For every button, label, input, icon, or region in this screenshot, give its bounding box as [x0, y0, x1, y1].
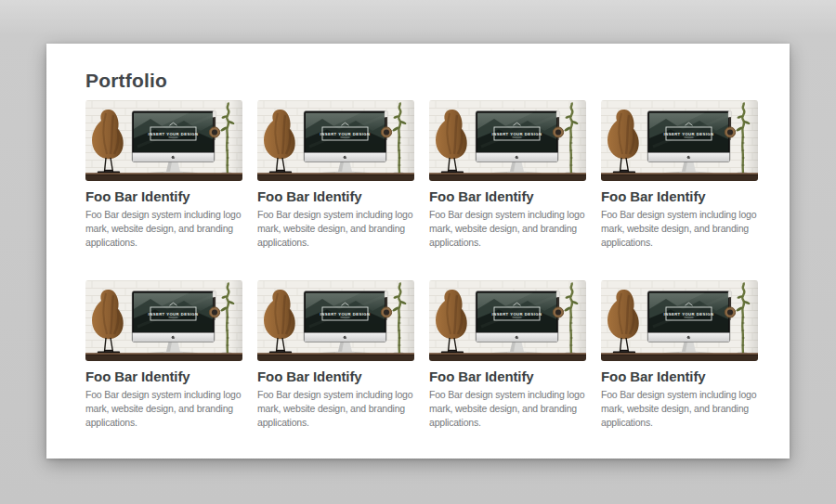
portfolio-item-description: Foo Bar design system including logo mar… — [257, 208, 414, 250]
portfolio-item-description: Foo Bar design system including logo mar… — [85, 208, 242, 250]
imac-mockup-image — [429, 280, 586, 361]
portfolio-item-title[interactable]: Foo Bar Identify — [257, 368, 414, 384]
page-title: Portfolio — [85, 70, 758, 92]
portfolio-item-description: Foo Bar design system including logo mar… — [257, 388, 414, 430]
imac-mockup-image — [85, 100, 242, 181]
portfolio-item-title[interactable]: Foo Bar Identify — [429, 188, 586, 204]
portfolio-item-description: Foo Bar design system including logo mar… — [429, 388, 586, 430]
portfolio-card[interactable]: Foo Bar Identify Foo Bar design system i… — [429, 100, 586, 250]
portfolio-item-title[interactable]: Foo Bar Identify — [429, 368, 586, 384]
portfolio-item-title[interactable]: Foo Bar Identify — [257, 188, 414, 204]
portfolio-thumbnail[interactable] — [601, 100, 758, 181]
portfolio-item-title[interactable]: Foo Bar Identify — [85, 188, 242, 204]
portfolio-card[interactable]: Foo Bar Identify Foo Bar design system i… — [429, 280, 586, 430]
portfolio-item-description: Foo Bar design system including logo mar… — [601, 388, 758, 430]
portfolio-thumbnail[interactable] — [429, 280, 586, 361]
portfolio-thumbnail[interactable] — [85, 280, 242, 361]
imac-mockup-image — [257, 100, 414, 181]
portfolio-item-description: Foo Bar design system including logo mar… — [601, 208, 758, 250]
imac-mockup-image — [429, 100, 586, 181]
portfolio-card[interactable]: Foo Bar Identify Foo Bar design system i… — [85, 280, 242, 430]
portfolio-item-title[interactable]: Foo Bar Identify — [601, 188, 758, 204]
imac-mockup-image — [601, 280, 758, 361]
portfolio-card[interactable]: Foo Bar Identify Foo Bar design system i… — [601, 100, 758, 250]
portfolio-item-title[interactable]: Foo Bar Identify — [85, 368, 242, 384]
imac-mockup-image — [85, 280, 242, 361]
portfolio-card[interactable]: Foo Bar Identify Foo Bar design system i… — [257, 280, 414, 430]
page: { "header": { "title": "Portfolio" }, "a… — [0, 0, 836, 504]
portfolio-item-description: Foo Bar design system including logo mar… — [85, 388, 242, 430]
portfolio-thumbnail[interactable] — [85, 100, 242, 181]
portfolio-thumbnail[interactable] — [429, 100, 586, 181]
portfolio-item-description: Foo Bar design system including logo mar… — [429, 208, 586, 250]
portfolio-grid: Foo Bar Identify Foo Bar design system i… — [85, 100, 758, 430]
portfolio-thumbnail[interactable] — [257, 100, 414, 181]
imac-mockup-image — [257, 280, 414, 361]
portfolio-sheet: Portfolio Foo Bar Identify Foo Bar desig… — [46, 44, 790, 459]
imac-mockup-image — [601, 100, 758, 181]
portfolio-card[interactable]: Foo Bar Identify Foo Bar design system i… — [257, 100, 414, 250]
portfolio-item-title[interactable]: Foo Bar Identify — [601, 368, 758, 384]
portfolio-card[interactable]: Foo Bar Identify Foo Bar design system i… — [85, 100, 242, 250]
portfolio-card[interactable]: Foo Bar Identify Foo Bar design system i… — [601, 280, 758, 430]
portfolio-thumbnail[interactable] — [601, 280, 758, 361]
portfolio-thumbnail[interactable] — [257, 280, 414, 361]
